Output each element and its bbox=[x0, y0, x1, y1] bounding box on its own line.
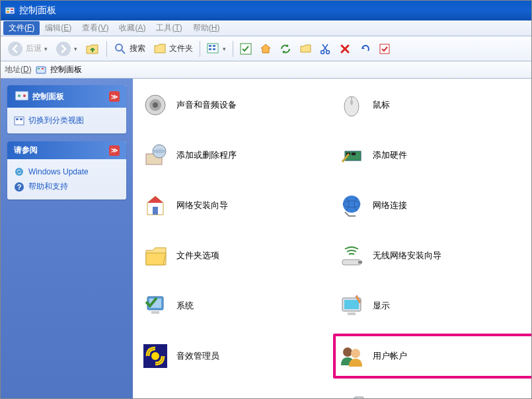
svg-rect-35 bbox=[350, 100, 353, 104]
wireless-icon bbox=[338, 242, 365, 269]
item-system[interactable]: 系统 bbox=[139, 290, 329, 322]
svg-rect-19 bbox=[38, 68, 40, 69]
menu-help[interactable]: 帮助(H) bbox=[188, 21, 225, 35]
svg-point-16 bbox=[326, 50, 330, 54]
up-button[interactable] bbox=[83, 40, 102, 57]
views-icon bbox=[207, 43, 220, 55]
tb-check[interactable] bbox=[376, 42, 393, 56]
svg-rect-52 bbox=[348, 312, 356, 315]
item-mouse[interactable]: 鼠标 bbox=[336, 89, 525, 121]
folders-button[interactable]: 文件夹 bbox=[151, 41, 196, 57]
display-icon bbox=[338, 293, 365, 319]
item-audio[interactable]: 声音和音频设备 bbox=[139, 89, 329, 121]
menu-bar: 文件(F) 编辑(E) 查看(V) 收藏(A) 工具(T) 帮助(H) bbox=[1, 20, 531, 36]
help-icon: ? bbox=[14, 182, 24, 192]
svg-rect-25 bbox=[16, 118, 19, 120]
tb-cut[interactable] bbox=[317, 42, 334, 56]
sidebar-panel-control-panel: 控制面板 ≫ 切换到分类视图 bbox=[7, 85, 126, 133]
folder-up-icon bbox=[85, 42, 100, 56]
dropdown-arrow-icon: ▾ bbox=[223, 46, 226, 52]
svg-rect-5 bbox=[11, 11, 13, 13]
panel-header[interactable]: 控制面板 ≫ bbox=[7, 85, 126, 108]
main-area: 控制面板 ≫ 切换到分类视图 请参阅 ≫ Windows Update bbox=[1, 79, 531, 399]
tb-home[interactable] bbox=[257, 42, 274, 56]
collapse-icon[interactable]: ≫ bbox=[109, 145, 120, 156]
network-wizard-icon bbox=[142, 192, 169, 219]
users-icon bbox=[338, 343, 365, 369]
folder-options-icon bbox=[142, 242, 169, 269]
windows-update-icon bbox=[14, 166, 24, 177]
mouse-icon bbox=[338, 92, 365, 118]
item-network-connections[interactable]: 网络连接 bbox=[336, 190, 525, 221]
svg-rect-26 bbox=[20, 118, 22, 120]
address-value[interactable]: 控制面板 bbox=[50, 64, 82, 75]
address-icon bbox=[36, 65, 46, 75]
item-network-setup-wizard[interactable]: 网络安装向导 bbox=[139, 190, 329, 221]
search-button[interactable]: 搜索 bbox=[111, 41, 148, 57]
sidebar: 控制面板 ≫ 切换到分类视图 请参阅 ≫ Windows Update bbox=[1, 79, 133, 399]
menu-edit[interactable]: 编辑(E) bbox=[40, 21, 77, 35]
address-bar: 地址(D) 控制面板 bbox=[1, 61, 531, 79]
svg-rect-3 bbox=[11, 9, 13, 10]
svg-rect-10 bbox=[209, 45, 211, 47]
window-title: 控制面板 bbox=[19, 5, 56, 17]
tb-folder2[interactable] bbox=[297, 42, 314, 56]
item-folder-options[interactable]: 文件夹选项 bbox=[139, 240, 329, 272]
control-panel-icon bbox=[5, 5, 15, 16]
sidebar-item-switch-view[interactable]: 切换到分类视图 bbox=[14, 113, 120, 128]
back-icon bbox=[7, 41, 23, 57]
menu-view[interactable]: 查看(V) bbox=[77, 21, 114, 35]
svg-rect-11 bbox=[213, 45, 215, 47]
svg-rect-21 bbox=[15, 91, 28, 100]
address-label: 地址(D) bbox=[5, 64, 32, 75]
item-game-controllers[interactable]: 游戏控制器 bbox=[139, 390, 329, 399]
item-wireless-setup-wizard[interactable]: 无线网络安装向导 bbox=[336, 240, 525, 272]
tb-delete[interactable] bbox=[336, 42, 354, 56]
sidebar-item-windows-update[interactable]: Windows Update bbox=[14, 164, 120, 179]
svg-rect-42 bbox=[153, 207, 158, 215]
switch-view-icon bbox=[14, 116, 24, 126]
app-icon bbox=[240, 43, 252, 55]
collapse-icon[interactable]: ≫ bbox=[109, 91, 120, 102]
menu-file[interactable]: 文件(F) bbox=[3, 21, 40, 35]
tb-undo[interactable] bbox=[356, 42, 373, 56]
svg-point-23 bbox=[23, 94, 26, 97]
system-icon bbox=[142, 293, 169, 319]
svg-rect-2 bbox=[7, 9, 9, 10]
item-speech[interactable]: 语音 bbox=[336, 390, 525, 399]
forward-button[interactable]: ▾ bbox=[53, 40, 80, 58]
icon-grid: 声音和音频设备 鼠标 添加或删除程序 添加硬件 网络安装向导 网络连接 bbox=[139, 89, 525, 399]
tb-sync[interactable] bbox=[277, 42, 294, 56]
svg-point-15 bbox=[321, 50, 324, 54]
speech-icon bbox=[338, 393, 365, 399]
item-add-remove-programs[interactable]: 添加或删除程序 bbox=[139, 139, 329, 171]
back-button[interactable]: 后退 ▾ bbox=[5, 40, 50, 58]
menu-favorites[interactable]: 收藏(A) bbox=[114, 21, 151, 35]
panel-header[interactable]: 请参阅 ≫ bbox=[7, 141, 126, 159]
svg-rect-45 bbox=[342, 260, 361, 265]
item-add-hardware[interactable]: 添加硬件 bbox=[336, 139, 525, 171]
item-user-accounts[interactable]: 用户帐户 bbox=[333, 334, 532, 379]
sync-icon bbox=[280, 43, 291, 55]
tb-icon-1[interactable] bbox=[237, 42, 254, 56]
svg-rect-24 bbox=[15, 117, 24, 125]
sound-manager-icon bbox=[142, 343, 169, 369]
views-button[interactable]: ▾ bbox=[204, 42, 229, 56]
svg-point-8 bbox=[116, 44, 122, 51]
cut-icon bbox=[319, 43, 331, 55]
item-display[interactable]: 显示 bbox=[336, 290, 525, 322]
title-bar: 控制面板 bbox=[1, 1, 531, 20]
separator bbox=[106, 41, 107, 57]
item-sound-manager[interactable]: 音效管理员 bbox=[139, 340, 329, 372]
svg-text:?: ? bbox=[17, 183, 22, 191]
svg-point-38 bbox=[153, 149, 166, 153]
svg-rect-18 bbox=[36, 67, 46, 73]
svg-point-54 bbox=[151, 352, 159, 360]
svg-rect-51 bbox=[344, 300, 359, 309]
svg-point-32 bbox=[153, 102, 158, 108]
svg-point-7 bbox=[56, 42, 71, 56]
hardware-icon bbox=[338, 142, 365, 168]
menu-tools[interactable]: 工具(T) bbox=[151, 21, 187, 35]
sidebar-item-help-support[interactable]: ? 帮助和支持 bbox=[14, 179, 120, 194]
sidebar-panel-see-also: 请参阅 ≫ Windows Update ? 帮助和支持 bbox=[7, 141, 126, 200]
